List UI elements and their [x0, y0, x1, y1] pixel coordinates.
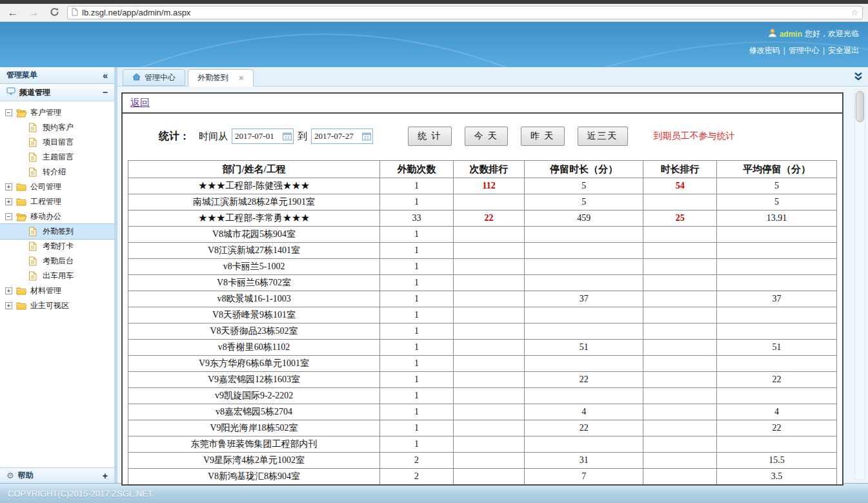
table-cell: 东莞市鲁班装饰集团工程部内刊	[128, 436, 380, 453]
table-cell: 7	[525, 469, 643, 485]
tree-file-item[interactable]: 预约客户	[0, 120, 114, 135]
table-row: 南城江滨新城28栋2单元1901室155	[128, 194, 837, 210]
last-three-days-button[interactable]: 近三天	[578, 127, 628, 146]
tab-label: 外勤签到	[197, 72, 228, 83]
table-cell	[453, 323, 525, 340]
chevron-double-down-icon[interactable]	[854, 72, 863, 84]
table-cell	[453, 291, 525, 307]
tab-admin-center[interactable]: 管理中心	[123, 69, 185, 86]
table-cell: 33	[380, 210, 454, 227]
accordion-help[interactable]: ⚙ 帮助 +	[0, 467, 114, 483]
collapse-node-icon[interactable]: −	[5, 213, 12, 220]
table-row: v8卡丽兰5-10021	[128, 259, 837, 275]
table-cell: 5	[716, 194, 836, 210]
tab-field-checkin[interactable]: 外勤签到 ×	[188, 69, 254, 87]
bookmark-star-icon[interactable]: ☆	[851, 8, 858, 17]
forward-icon[interactable]: →	[26, 7, 41, 18]
collapse-node-icon[interactable]: −	[5, 109, 12, 116]
accordion-channel-management[interactable]: 频道管理 −	[0, 84, 114, 101]
table-cell: ★★★工程部-李常勇★★★	[128, 210, 380, 227]
refresh-icon[interactable]	[46, 7, 62, 19]
tree-folder-item[interactable]: −移动办公	[0, 209, 114, 224]
table-row: V9嘉宏锦园12栋1603室12222	[128, 372, 837, 388]
table-cell	[643, 404, 717, 420]
today-button[interactable]: 今 天	[465, 127, 509, 146]
calendar-icon[interactable]	[283, 132, 292, 143]
scrollbar-thumb[interactable]	[856, 91, 864, 122]
tree-folder-item[interactable]: +公司管理	[0, 180, 114, 194]
tree-file-item[interactable]: 出车用车	[0, 269, 114, 283]
table-row: 东莞市鲁班装饰集团工程部内刊1	[128, 436, 837, 453]
vertical-scrollbar[interactable]	[854, 89, 865, 480]
monitor-icon	[6, 87, 15, 98]
table-cell	[716, 275, 836, 291]
tree-file-item[interactable]: 考勤后台	[0, 254, 114, 269]
browser-window: ← → lb.zsgl.net/app/admin/m.aspx ☆ admin…	[0, 0, 868, 503]
table-cell: 112	[453, 178, 525, 194]
table-cell	[453, 469, 525, 485]
table-cell	[716, 356, 836, 372]
table-cell: 459	[525, 210, 643, 227]
table-cell	[453, 388, 525, 404]
expand-panel-icon[interactable]: +	[103, 471, 108, 481]
user-icon	[768, 28, 777, 39]
tree-file-item[interactable]: 项目留言	[0, 135, 114, 150]
sidebar-header: 管理菜单 «	[0, 67, 114, 84]
table-row: v9凯旋国际9-2-22021	[128, 388, 837, 404]
file-icon	[28, 167, 39, 177]
column-header: 外勤次数	[380, 161, 454, 178]
tree-item-label: 项目留言	[43, 137, 74, 148]
table-cell	[716, 307, 836, 323]
table-cell: 54	[643, 178, 717, 194]
table-cell: 37	[525, 291, 643, 307]
tree-item-label: 移动办公	[30, 211, 61, 222]
calendar-icon[interactable]	[362, 132, 371, 143]
table-cell	[716, 323, 836, 340]
tree-folder-item[interactable]: +工程管理	[0, 194, 114, 209]
tree-file-item[interactable]: 外勤签到	[0, 224, 114, 239]
greeting-text: 您好，欢迎光临	[805, 28, 859, 39]
tree-file-item[interactable]: 转介绍	[0, 165, 114, 180]
closed-folder-icon	[16, 182, 27, 192]
close-icon[interactable]: ×	[239, 73, 244, 83]
table-cell: 51	[525, 340, 643, 356]
table-cell: 31	[525, 453, 643, 469]
link-separator: |	[783, 46, 785, 55]
table-cell	[643, 372, 717, 388]
stats-note: 到期员工不参与统计	[654, 130, 735, 142]
expand-node-icon[interactable]: +	[5, 287, 12, 294]
back-icon[interactable]: ←	[5, 7, 21, 18]
tree-item-label: 公司管理	[30, 181, 61, 192]
expand-node-icon[interactable]: +	[5, 302, 12, 309]
collapse-sidebar-icon[interactable]: «	[103, 70, 108, 81]
gear-icon: ⚙	[6, 471, 14, 480]
collapse-panel-icon[interactable]: −	[103, 87, 108, 98]
expand-node-icon[interactable]: +	[5, 198, 12, 205]
table-row: V8天骄峰景9栋101室1	[128, 307, 837, 323]
change-password-link[interactable]: 修改密码	[749, 46, 780, 55]
back-link[interactable]: 返回	[130, 97, 150, 109]
tree-file-item[interactable]: 考勤打卡	[0, 239, 114, 254]
tree-folder-item[interactable]: +材料管理	[0, 283, 114, 298]
tree-folder-item[interactable]: +业主可视区	[0, 298, 114, 313]
table-cell	[525, 227, 643, 243]
table-cell: V8卡丽兰6栋702室	[128, 275, 380, 291]
tree-item-label: 考勤后台	[43, 256, 74, 267]
link-separator: |	[823, 46, 825, 55]
admin-center-link[interactable]: 管理中心	[789, 46, 820, 55]
stats-label: 统计：	[159, 130, 190, 143]
stat-button[interactable]: 统 计	[408, 127, 452, 146]
table-row: V8卡丽兰6栋702室1	[128, 275, 837, 291]
table-cell	[453, 227, 525, 243]
tree-file-item[interactable]: 主题留言	[0, 150, 114, 165]
table-cell: 15.5	[716, 453, 836, 469]
address-bar[interactable]: lb.zsgl.net/app/admin/m.aspx ☆	[67, 6, 863, 19]
table-cell: 南城江滨新城28栋2单元1901室	[128, 194, 380, 210]
table-cell: 1	[380, 291, 454, 307]
tree-folder-item[interactable]: −客户管理	[0, 105, 114, 120]
yesterday-button[interactable]: 昨 天	[521, 127, 565, 146]
table-row: V9星际湾4栋2单元1002室23115.5	[128, 453, 837, 469]
table-cell	[643, 243, 717, 259]
logout-link[interactable]: 安全退出	[828, 46, 859, 55]
expand-node-icon[interactable]: +	[5, 183, 12, 190]
